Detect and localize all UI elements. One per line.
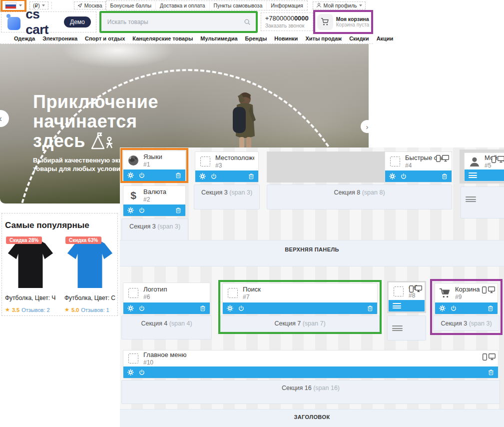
block-search[interactable]: Поиск #7 [222, 283, 378, 314]
reviews-link[interactable]: Отзывов: 1 [81, 307, 109, 313]
city-label: Москва [84, 2, 102, 8]
trash-icon[interactable] [248, 173, 254, 180]
block-id: #4 [405, 162, 448, 169]
store-logo[interactable]: cs cart Демо [1, 12, 96, 32]
topbar-links: Бонусные баллы Доставка и оплата Пункты … [106, 0, 308, 10]
section-label[interactable]: Секция 8 (span 8) [267, 184, 452, 210]
dashed-box-icon [227, 288, 239, 298]
profile-label: Мой профиль [324, 2, 357, 8]
panel-header: ЗАГОЛОВОК [120, 409, 504, 427]
settings-icon[interactable] [199, 173, 206, 180]
settings-icon[interactable] [127, 305, 134, 312]
power-icon[interactable] [451, 306, 457, 312]
section-label[interactable]: Секция 4 (span 4) [121, 316, 212, 340]
russian-flag-icon [5, 2, 16, 9]
cart-icon [439, 288, 451, 298]
profile-menu[interactable]: Мой профиль [313, 2, 366, 10]
settings-icon[interactable] [127, 172, 134, 178]
section-label[interactable]: Секция 3 (span 3) [194, 184, 260, 210]
power-icon[interactable] [139, 370, 145, 376]
search-icon[interactable] [244, 18, 251, 26]
block-quick-links[interactable]: Быстрые ссылки #4 [385, 152, 452, 182]
settings-icon[interactable] [127, 207, 134, 214]
device-visibility-icons[interactable] [492, 156, 504, 163]
block-id: #3 [215, 162, 254, 169]
power-icon[interactable] [139, 172, 145, 178]
block-title: Главное меню [143, 351, 186, 358]
topbar-link-info[interactable]: Информация [266, 2, 307, 10]
trash-icon[interactable] [442, 173, 448, 180]
section-label[interactable]: Секция 3 (span 3) [433, 316, 500, 331]
power-icon[interactable] [139, 306, 145, 312]
topbar-link-delivery[interactable]: Доставка и оплата [155, 2, 209, 10]
block-logo[interactable]: Логотип #6 [123, 282, 210, 314]
main-menu: Одежда Электроника Спорт и отдых Канцеля… [0, 33, 373, 44]
section-label-collapsed[interactable] [461, 186, 504, 218]
settings-icon[interactable] [227, 305, 233, 312]
user-icon [316, 2, 322, 8]
location-arrow-icon [77, 3, 82, 8]
trash-icon[interactable] [367, 305, 373, 312]
block-cart[interactable]: Корзина #9 [435, 283, 498, 314]
trash-icon[interactable] [200, 305, 206, 312]
call-request-link[interactable]: Заказать звонок [265, 22, 309, 29]
nav-item-brands[interactable]: Бренды [245, 36, 267, 42]
block-title: Поиск [243, 286, 261, 293]
block-languages[interactable]: Языки #1 [123, 150, 186, 182]
nav-item-discounts[interactable]: Скидки [349, 36, 369, 42]
section-label[interactable]: Секция 16 (span 16) [121, 380, 500, 404]
nav-item-multimedia[interactable]: Мультимедиа [200, 36, 237, 42]
carousel-next-button[interactable]: › [361, 120, 369, 133]
nav-item-stationery[interactable]: Канцелярские товары [132, 36, 193, 42]
chevron-down-icon [359, 4, 362, 6]
nav-item-sport[interactable]: Спорт и отдых [85, 36, 125, 42]
topbar-link-pickup[interactable]: Пункты самовывоза [209, 2, 267, 10]
star-icon: ★ [5, 306, 10, 313]
power-icon[interactable] [238, 306, 244, 312]
power-icon[interactable] [401, 174, 407, 180]
language-selector[interactable] [0, 0, 26, 12]
search-input[interactable] [106, 18, 244, 26]
trash-icon[interactable] [175, 172, 181, 178]
trash-icon[interactable] [488, 369, 494, 376]
nav-item-promos[interactable]: Акции [377, 36, 394, 42]
trash-icon[interactable] [175, 207, 181, 214]
reviews-link[interactable]: Отзывов: 2 [21, 307, 49, 313]
dashed-box-icon [127, 354, 139, 364]
section-label-collapsed[interactable] [387, 316, 426, 340]
block-geolocation[interactable]: Местоположение п #3 [195, 152, 259, 182]
menu-icon[interactable] [393, 303, 401, 308]
globe-icon [127, 154, 139, 166]
phone-block[interactable]: +78000000000 Заказать звонок [261, 12, 313, 31]
section-label[interactable]: Секция 7 (span 7) [220, 316, 380, 332]
product-name[interactable]: Футболка, Цвет: Синий [64, 294, 115, 302]
menu-icon [392, 326, 403, 331]
carousel-prev-button[interactable]: ‹ [0, 110, 9, 127]
menu-icon[interactable] [469, 172, 477, 178]
tent-icon [90, 132, 114, 150]
block-currency[interactable]: $ Валюта #2 [123, 186, 186, 216]
nav-item-clothes[interactable]: Одежда [14, 36, 35, 42]
nav-item-new[interactable]: Новинки [274, 36, 298, 42]
city-selector[interactable]: Москва [74, 2, 106, 10]
device-visibility-icons[interactable] [483, 354, 496, 360]
settings-icon[interactable] [389, 173, 396, 180]
product-card[interactable]: Скидка 28% Футболка, Цвет: Черный ★ 3.5 … [5, 236, 56, 316]
cart-widget[interactable]: Моя корзина Корзина пуста [313, 10, 373, 34]
block-call-back[interactable]: Обратный звонок #8 [388, 282, 425, 312]
device-visibility-icons[interactable] [409, 286, 422, 292]
product-card[interactable]: Скидка 63% Футболка, Цвет: Синий ★ 5.0 О… [64, 236, 115, 316]
product-name[interactable]: Футболка, Цвет: Черный [5, 294, 56, 302]
nav-item-bestsellers[interactable]: Хиты продаж [305, 36, 342, 42]
settings-icon[interactable] [439, 305, 446, 312]
device-visibility-icons[interactable] [482, 286, 495, 294]
device-visibility-icons[interactable] [436, 155, 449, 162]
block-main-menu[interactable]: Главное меню #10 [123, 350, 499, 378]
nav-item-electronics[interactable]: Электроника [42, 36, 77, 42]
topbar-link-bonus[interactable]: Бонусные баллы [106, 2, 155, 10]
trash-icon[interactable] [488, 305, 494, 312]
settings-icon[interactable] [127, 369, 134, 376]
power-icon[interactable] [211, 174, 217, 180]
block-my-profile[interactable]: Мой профиль #5 [464, 152, 504, 182]
power-icon[interactable] [139, 208, 145, 214]
